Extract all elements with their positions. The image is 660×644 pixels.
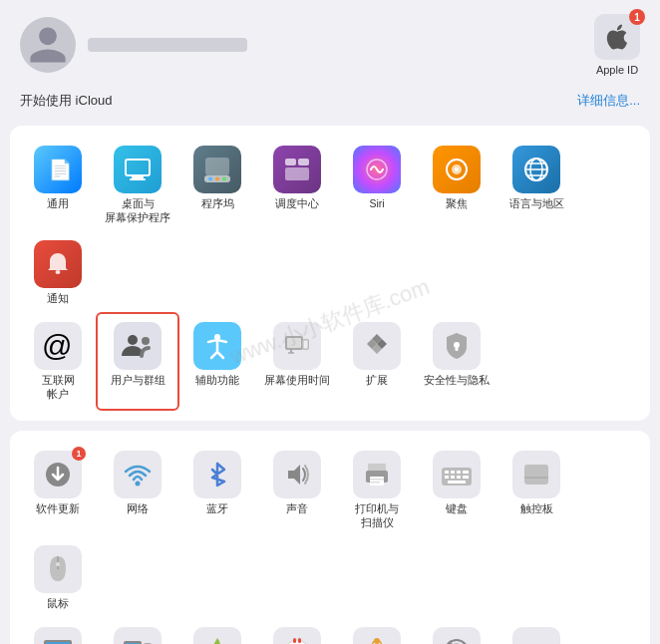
internet-icon: @ (34, 322, 82, 370)
svg-point-72 (374, 638, 380, 644)
svg-rect-47 (451, 476, 455, 479)
notif-label: 通知 (47, 292, 69, 306)
mouse-icon (34, 545, 82, 593)
internet-label: 互联网帐户 (42, 374, 75, 401)
grid-item-network[interactable]: 网络 (98, 443, 177, 537)
svg-point-7 (215, 177, 219, 181)
grid-item-security[interactable]: 安全性与隐私 (417, 314, 496, 409)
focus-label: 聚焦 (446, 197, 468, 211)
grid-item-startdisk[interactable]: 启动磁盘 (496, 619, 576, 644)
svg-text:📄: 📄 (48, 158, 73, 181)
svg-rect-33 (456, 347, 459, 351)
grid-item-sharing[interactable]: 共享 (337, 619, 417, 644)
grid-item-desktop[interactable]: 桌面与屏幕保护程序 (98, 138, 177, 232)
svg-rect-48 (457, 476, 461, 479)
extensions-label: 扩展 (366, 374, 388, 388)
user-name-bar (88, 38, 247, 52)
svg-point-23 (128, 335, 138, 345)
timemachine-icon (433, 627, 481, 644)
svg-rect-11 (285, 167, 309, 180)
grid-item-screen-time[interactable]: 屏幕使用时间 (257, 314, 337, 409)
grid-item-siri[interactable]: Siri (337, 138, 417, 232)
software-label: 软件更新 (36, 502, 80, 516)
users-icon (114, 322, 162, 370)
grid-item-notif[interactable]: 通知 (18, 232, 98, 314)
apple-id-label: Apple ID (596, 64, 638, 76)
network-label: 网络 (127, 502, 149, 516)
svg-rect-50 (448, 481, 466, 483)
screen-time-icon (273, 322, 321, 370)
svg-rect-43 (451, 471, 455, 474)
grid-item-display[interactable]: 显示器 (18, 619, 98, 644)
grid-item-users[interactable]: 用户与群组 (98, 314, 177, 409)
users-label: 用户与群组 (111, 374, 165, 388)
user-header: 1 Apple ID (0, 0, 660, 86)
grid-item-control[interactable]: 调度中心 (257, 138, 337, 232)
svg-point-54 (56, 562, 60, 566)
avatar (20, 17, 76, 73)
sharing-icon (353, 627, 401, 644)
grid-item-trackpad[interactable]: 触控板 (496, 443, 576, 537)
print-icon (353, 451, 401, 498)
grid-item-focus[interactable]: 聚焦 (417, 138, 496, 232)
svg-rect-40 (370, 482, 380, 483)
icloud-detail-link[interactable]: 详细信息... (577, 92, 640, 110)
grid-item-bluetooth[interactable]: 蓝牙 (177, 443, 257, 537)
access-icon (193, 322, 241, 370)
lang-icon (512, 146, 560, 193)
access-label: 辅助功能 (195, 374, 239, 388)
general-icon: 📄 (34, 146, 82, 193)
svg-rect-49 (463, 476, 469, 479)
grid-item-mission[interactable]: 随航 (98, 619, 177, 644)
svg-rect-2 (132, 175, 144, 178)
grid-item-general[interactable]: 📄 通用 (18, 138, 98, 232)
print-label: 打印机与扫描仪 (355, 502, 399, 529)
svg-rect-21 (56, 270, 61, 274)
control-label: 调度中心 (275, 197, 319, 211)
user-profile-left[interactable] (20, 17, 247, 73)
desktop-label: 桌面与屏幕保护程序 (105, 197, 170, 224)
grid-item-print[interactable]: 打印机与扫描仪 (337, 443, 417, 537)
grid-item-sound[interactable]: 声音 (257, 443, 337, 537)
svg-point-8 (222, 177, 226, 181)
grid-item-extensions[interactable]: 扩展 (337, 314, 417, 409)
keyboard-icon (433, 451, 481, 498)
grid-item-internet[interactable]: @ 互联网帐户 (18, 314, 98, 409)
svg-rect-68 (298, 638, 301, 643)
grid-item-software[interactable]: 1 软件更新 (18, 443, 98, 537)
grid-item-timemachine[interactable]: 时间机器 (417, 619, 496, 644)
grid-item-dock[interactable]: 程序坞 (177, 138, 257, 232)
svg-point-66 (285, 640, 309, 644)
network-icon (114, 451, 162, 498)
apple-id-icon: 1 (594, 14, 640, 60)
svg-rect-44 (457, 471, 461, 474)
apple-id-block[interactable]: 1 Apple ID (594, 14, 640, 76)
grid-item-datetime[interactable]: 18 日期与时间 (257, 619, 337, 644)
grid-item-energy[interactable]: 节能 (177, 619, 257, 644)
bluetooth-label: 蓝牙 (206, 502, 228, 516)
mission-icon (114, 627, 162, 644)
control-icon (273, 146, 321, 193)
svg-point-6 (208, 177, 212, 181)
grid-item-lang[interactable]: 语言与地区 (496, 138, 576, 232)
svg-point-35 (136, 482, 141, 486)
apple-id-badge: 1 (629, 9, 645, 25)
grid-item-mouse[interactable]: 鼠标 (18, 537, 98, 619)
svg-rect-46 (445, 476, 449, 479)
svg-rect-36 (368, 464, 386, 472)
dock-icon (193, 146, 241, 193)
trackpad-label: 触控板 (520, 502, 553, 516)
trackpad-icon (512, 451, 560, 498)
svg-rect-51 (524, 465, 548, 484)
grid-item-access[interactable]: 辅助功能 (177, 314, 257, 409)
svg-rect-10 (298, 159, 309, 165)
grid-item-keyboard[interactable]: 键盘 (417, 443, 496, 537)
svg-rect-27 (287, 338, 301, 348)
icloud-title: 开始使用 iCloud (20, 92, 112, 110)
svg-rect-1 (126, 160, 150, 175)
svg-rect-39 (370, 479, 384, 481)
svg-rect-67 (293, 638, 296, 643)
general-label: 通用 (47, 197, 69, 211)
grid-row-2-2: 显示器 随航 (18, 619, 642, 644)
grid-section-2: 1 软件更新 网络 (10, 431, 650, 644)
